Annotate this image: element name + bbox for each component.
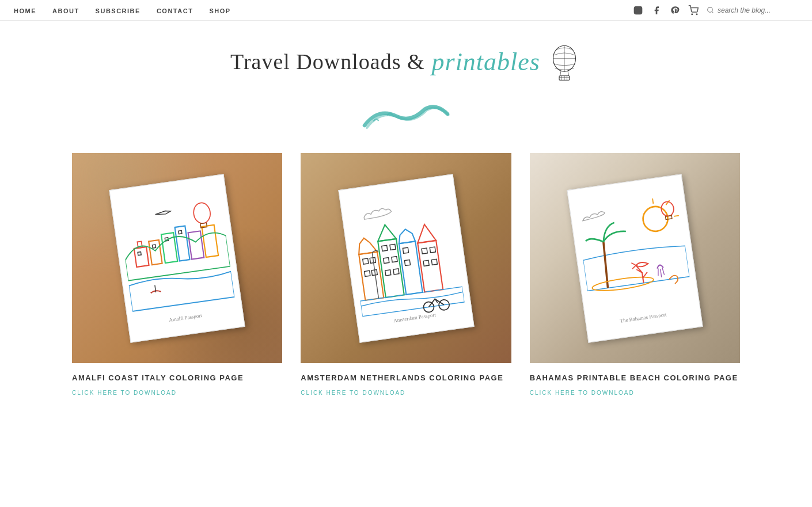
- svg-point-1: [636, 9, 639, 12]
- product-title-amalfi: AMALFI COAST ITALY COLORING PAGE: [72, 372, 282, 384]
- product-image-amsterdam[interactable]: Amsterdam Passport: [301, 153, 511, 363]
- nav-links: HOME ABOUT SUBSCRIBE CONTACT SHOP: [14, 5, 231, 16]
- hero-header: Travel Downloads & printables: [0, 21, 812, 87]
- product-image-amalfi[interactable]: Amalfi Passport: [72, 153, 282, 363]
- product-image-bahamas[interactable]: The Bahamas Passport: [530, 153, 740, 363]
- main-nav: HOME ABOUT SUBSCRIBE CONTACT SHOP: [0, 0, 812, 21]
- divider-graphic: [0, 87, 812, 153]
- facebook-icon[interactable]: [651, 5, 662, 16]
- search-icon: [707, 6, 714, 14]
- title-serif: Travel Downloads &: [230, 49, 424, 74]
- svg-point-5: [708, 7, 713, 13]
- swoosh-svg: [360, 99, 452, 134]
- nav-contact[interactable]: CONTACT: [157, 7, 193, 14]
- nav-right: [633, 5, 798, 16]
- product-card-bahamas: The Bahamas Passport BAHAMAS PRINTABLE B…: [530, 153, 740, 396]
- nav-home[interactable]: HOME: [14, 7, 36, 14]
- title-script: printables: [432, 47, 540, 77]
- svg-point-2: [640, 7, 640, 8]
- product-title-amsterdam: AMSTERDAM NETHERLANDS COLORING PAGE: [301, 372, 511, 384]
- product-card-amalfi: Amalfi Passport AMALFI COAST ITALY COLOR…: [72, 153, 282, 396]
- svg-point-3: [692, 14, 693, 15]
- svg-line-11: [568, 71, 569, 76]
- nav-subscribe[interactable]: SUBSCRIBE: [96, 7, 141, 14]
- cart-icon[interactable]: [688, 5, 699, 16]
- pinterest-icon[interactable]: [670, 5, 680, 16]
- product-card-amsterdam: Amsterdam Passport AMSTERDAM NETHERLANDS…: [301, 153, 511, 396]
- coloring-preview-bahamas: The Bahamas Passport: [567, 174, 703, 342]
- product-grid: Amalfi Passport AMALFI COAST ITALY COLOR…: [37, 153, 775, 430]
- svg-point-4: [696, 14, 697, 15]
- hero-title: Travel Downloads & printables: [12, 41, 800, 82]
- product-title-bahamas: BAHAMAS PRINTABLE BEACH COLORING PAGE: [530, 372, 740, 384]
- balloon-icon: [547, 41, 582, 82]
- instagram-icon[interactable]: [633, 5, 643, 16]
- coloring-preview-amalfi: Amalfi Passport: [109, 174, 245, 342]
- product-cta-amsterdam[interactable]: CLICK HERE TO DOWNLOAD: [301, 390, 511, 396]
- svg-line-10: [560, 71, 561, 76]
- search-input[interactable]: [718, 6, 798, 14]
- nav-about[interactable]: ABOUT: [52, 7, 79, 14]
- coloring-preview-amsterdam: Amsterdam Passport: [338, 174, 474, 342]
- nav-shop[interactable]: SHOP: [209, 7, 230, 14]
- product-cta-bahamas[interactable]: CLICK HERE TO DOWNLOAD: [530, 390, 740, 396]
- svg-line-6: [712, 12, 713, 13]
- svg-rect-33: [346, 185, 466, 331]
- product-cta-amalfi[interactable]: CLICK HERE TO DOWNLOAD: [72, 390, 282, 396]
- search-area[interactable]: [707, 6, 798, 14]
